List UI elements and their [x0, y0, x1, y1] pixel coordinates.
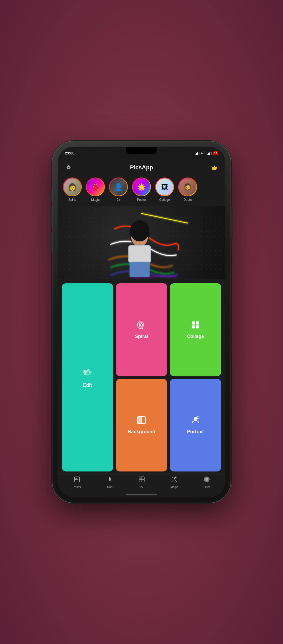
story-label-poster: Poster	[137, 198, 146, 202]
svg-rect-11	[138, 417, 142, 424]
phone-screen: 23:00 4G 12	[58, 147, 225, 497]
nav-poster[interactable]: Poster	[73, 476, 81, 488]
nav-poster-label: Poster	[73, 485, 81, 488]
collage-button[interactable]: Collage	[170, 283, 221, 376]
phone-device: 23:00 4G 12	[52, 141, 231, 503]
svg-point-16	[75, 478, 77, 479]
app-title: PicsApp	[130, 164, 153, 171]
poster-nav-icon	[74, 476, 80, 484]
story-label-spiral: Spiral	[68, 198, 77, 202]
story-item-2x[interactable]: 👤 2x	[109, 177, 128, 202]
main-image-area[interactable]	[58, 206, 225, 279]
filter-nav-icon	[203, 476, 210, 484]
edit-button[interactable]: Edit	[62, 283, 113, 471]
notch	[126, 147, 157, 154]
background-label: Background	[128, 429, 155, 435]
background-button[interactable]: Background	[116, 379, 167, 472]
edit-icon	[82, 367, 93, 380]
status-icons: 4G 12	[195, 151, 218, 155]
settings-button[interactable]	[64, 163, 73, 172]
signal-icon	[195, 151, 199, 155]
portrait-icon	[191, 415, 200, 427]
nav-drip[interactable]: Drip	[106, 476, 113, 488]
volume-up-button[interactable]	[50, 207, 52, 228]
nav-magic[interactable]: Magic	[170, 476, 178, 488]
story-item-duotone[interactable]: 🧔 Duotc	[178, 177, 197, 202]
stories-row: 👩 Spiral 💃 Magic �	[58, 175, 225, 206]
nav-drip-label: Drip	[107, 485, 112, 488]
nav-filter-label: Filter	[204, 485, 210, 488]
svg-rect-9	[196, 325, 199, 328]
story-item-magic[interactable]: 💃 Magic	[86, 177, 105, 202]
nav-2x-label: 2x	[140, 485, 143, 488]
status-time: 23:00	[65, 151, 74, 155]
premium-button[interactable]	[210, 163, 219, 172]
story-label-2x: 2x	[117, 198, 120, 202]
svg-rect-8	[192, 325, 195, 328]
network-icon: 4G	[201, 151, 205, 155]
battery-icon: 12	[213, 151, 218, 155]
svg-rect-7	[196, 321, 199, 324]
edit-label: Edit	[83, 382, 92, 388]
spiral-button[interactable]: Spiral	[116, 283, 167, 376]
svg-rect-6	[192, 321, 195, 324]
story-label-duotone: Duotc	[183, 198, 192, 202]
power-button[interactable]	[231, 207, 233, 238]
app-content: PicsApp 👩 Spiral	[58, 160, 225, 497]
action-buttons-grid: Edit Spiral	[58, 279, 225, 474]
home-indicator[interactable]	[58, 492, 225, 497]
spiral-label: Spiral	[135, 334, 148, 339]
magic-nav-icon	[171, 476, 178, 484]
app-header: PicsApp	[58, 160, 225, 175]
drip-nav-icon	[106, 476, 113, 484]
svg-point-14	[198, 419, 198, 420]
bottom-navigation: Poster Drip	[58, 474, 225, 492]
story-label-magic: Magic	[91, 198, 100, 202]
mute-button[interactable]	[50, 188, 52, 202]
dot-pattern-bg	[58, 206, 225, 279]
svg-point-23	[205, 478, 208, 481]
signal-icon-2	[207, 151, 211, 155]
portrait-button[interactable]: Portrait	[170, 379, 221, 472]
spiral-icon	[137, 320, 146, 332]
collage-label: Collage	[187, 334, 204, 339]
nav-filter[interactable]: Filter	[203, 476, 210, 488]
portrait-label: Portrait	[187, 429, 204, 435]
collage-icon	[191, 320, 200, 332]
background-icon	[137, 415, 146, 427]
2x-nav-icon	[138, 476, 145, 484]
status-bar: 23:00 4G 12	[58, 147, 225, 160]
svg-rect-15	[74, 477, 80, 482]
svg-line-20	[140, 478, 141, 479]
story-item-collage[interactable]: 🖼 Collage	[155, 177, 174, 202]
nav-2x[interactable]: 2x	[138, 476, 145, 488]
nav-magic-label: Magic	[170, 485, 178, 488]
story-item-spiral[interactable]: 👩 Spiral	[63, 177, 82, 202]
story-label-collage: Collage	[159, 198, 170, 202]
volume-down-button[interactable]	[50, 232, 52, 253]
story-item-poster[interactable]: 🌟 Poster	[132, 177, 151, 202]
